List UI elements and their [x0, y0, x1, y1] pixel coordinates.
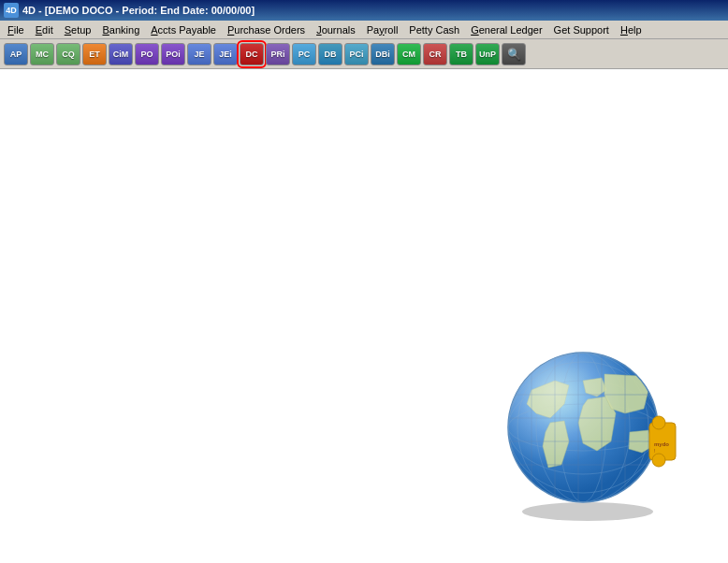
btn-dbi[interactable]: DBi [371, 43, 395, 65]
svg-point-0 [522, 502, 653, 521]
svg-text:!: ! [654, 448, 655, 454]
menu-purchase-orders[interactable]: Purchase Orders [222, 22, 311, 37]
btn-cq[interactable]: CQ [56, 43, 80, 65]
btn-et[interactable]: ET [82, 43, 107, 65]
btn-tb[interactable]: TB [449, 43, 473, 65]
menu-bar: File Edit Setup Banking Accts Payable Pu… [0, 21, 728, 39]
main-content: mydo ! [0, 69, 728, 563]
btn-pri[interactable]: PRi [266, 43, 290, 65]
btn-search[interactable]: 🔍 [502, 43, 526, 65]
menu-file[interactable]: File [2, 22, 30, 37]
btn-dc[interactable]: DC [240, 43, 264, 65]
title-bar: 4D 4D - [DEMO DOCO - Period: End Date: 0… [0, 0, 728, 21]
btn-unp[interactable]: UnP [475, 43, 500, 65]
svg-point-22 [652, 416, 665, 429]
title-bar-text: 4D - [DEMO DOCO - Period: End Date: 00/0… [22, 5, 255, 16]
btn-po[interactable]: PO [135, 43, 159, 65]
toolbar: AP MC CQ ET CiM PO POi JE JEi DC PRi PC … [0, 39, 728, 69]
btn-mc[interactable]: MC [30, 43, 54, 65]
btn-je[interactable]: JE [187, 43, 211, 65]
menu-help[interactable]: Help [615, 22, 648, 37]
btn-jei[interactable]: JEi [213, 43, 238, 65]
btn-cr[interactable]: CR [423, 43, 447, 65]
svg-text:mydo: mydo [654, 441, 669, 447]
menu-payroll[interactable]: Payroll [361, 22, 404, 37]
btn-cim[interactable]: CiM [109, 43, 133, 65]
menu-general-ledger[interactable]: General Ledger [465, 22, 547, 37]
btn-db[interactable]: DB [318, 43, 342, 65]
globe-logo: mydo ! [494, 339, 700, 544]
svg-point-23 [652, 454, 665, 467]
menu-journals[interactable]: Journals [311, 22, 361, 37]
btn-ap[interactable]: AP [4, 43, 28, 65]
globe-svg: mydo ! [494, 339, 681, 526]
app-icon: 4D [4, 3, 19, 18]
btn-poi[interactable]: POi [161, 43, 185, 65]
btn-pci[interactable]: PCi [344, 43, 369, 65]
menu-banking[interactable]: Banking [96, 22, 145, 37]
menu-accts-payable[interactable]: Accts Payable [145, 22, 222, 37]
menu-edit[interactable]: Edit [30, 22, 59, 37]
menu-petty-cash[interactable]: Petty Cash [403, 22, 465, 37]
btn-pc[interactable]: PC [292, 43, 316, 65]
svg-point-20 [508, 353, 658, 502]
menu-get-support[interactable]: Get Support [548, 22, 615, 37]
btn-cm2[interactable]: CM [397, 43, 421, 65]
menu-setup[interactable]: Setup [59, 22, 97, 37]
